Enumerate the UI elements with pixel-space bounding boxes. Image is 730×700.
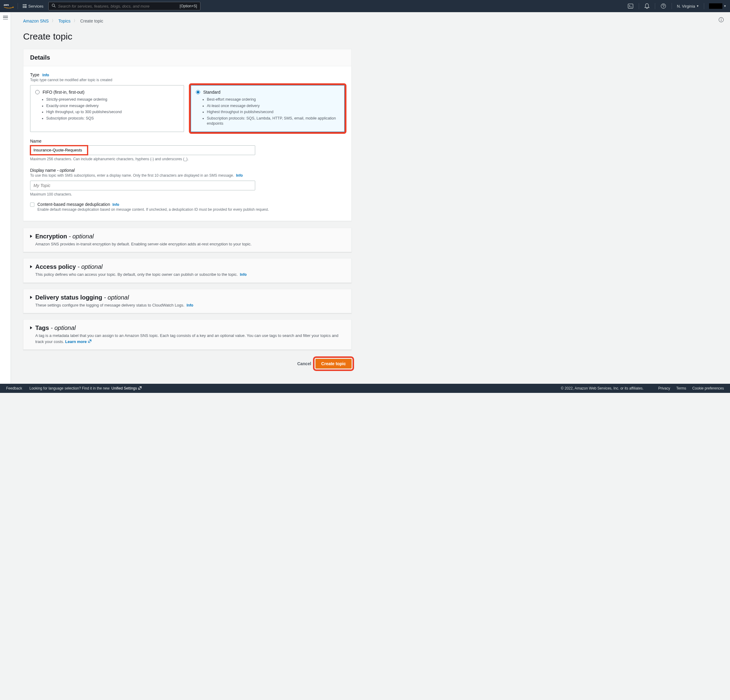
caret-right-icon (30, 265, 32, 268)
name-input[interactable] (31, 146, 88, 155)
display-below-hint: Maximum 100 characters. (30, 192, 345, 197)
encryption-header[interactable]: Encryption - optional Amazon SNS provide… (23, 228, 351, 252)
radio-standard[interactable]: Standard Best-effort message ordering At… (191, 85, 345, 132)
top-navigation: aws Services [Option+S] N. Virginia ▼ (0, 0, 730, 12)
region-label: N. Virginia (677, 4, 695, 9)
radio-icon (35, 90, 39, 94)
encryption-desc: Amazon SNS provides in-transit encryptio… (35, 241, 251, 247)
caret-down-icon: ▼ (724, 4, 726, 7)
radio-fifo[interactable]: FIFO (first-in, first-out) Strictly-pres… (30, 85, 184, 132)
delivery-header[interactable]: Delivery status logging - optional These… (23, 289, 351, 313)
chevron-right-icon: 〉 (52, 18, 55, 23)
details-panel: Details Type Info Topic type cannot be m… (23, 49, 352, 221)
dedup-hint: Enable default message deduplication bas… (37, 207, 269, 211)
breadcrumb-sns[interactable]: Amazon SNS (23, 19, 49, 23)
radio-icon (196, 90, 200, 94)
page-title: Create topic (23, 31, 352, 42)
access-info-link[interactable]: Info (240, 273, 247, 277)
standard-features: Best-effort message ordering At-least on… (196, 97, 339, 127)
search-input[interactable] (58, 4, 177, 9)
svg-point-6 (721, 19, 721, 19)
unified-settings-link[interactable]: Unified Settings (111, 386, 142, 391)
display-hint: To use this topic with SMS subscriptions… (30, 174, 345, 178)
encryption-panel: Encryption - optional Amazon SNS provide… (23, 228, 352, 252)
action-row: Cancel Create topic (23, 356, 352, 372)
name-input-wrapper (30, 145, 255, 155)
search-icon (52, 4, 55, 9)
cloudshell-icon[interactable] (627, 3, 634, 9)
tags-learn-more-link[interactable]: Learn more (65, 339, 92, 345)
display-name-input[interactable] (30, 181, 255, 190)
copyright-text: © 2022, Amazon Web Services, Inc. or its… (561, 386, 644, 391)
display-label: Display name - optional (30, 168, 74, 173)
caret-down-icon: ▼ (696, 4, 699, 7)
name-label: Name (30, 139, 345, 143)
tags-header[interactable]: Tags - optional A tag is a metadata labe… (23, 319, 351, 349)
footer: Feedback Looking for language selection?… (0, 384, 730, 393)
region-selector[interactable]: N. Virginia ▼ (677, 4, 699, 9)
svg-point-4 (661, 4, 666, 8)
fifo-title: FIFO (first-in, first-out) (42, 90, 85, 95)
dedup-checkbox[interactable] (30, 203, 34, 207)
menu-icon (3, 16, 8, 19)
page-info-icon[interactable] (718, 17, 724, 23)
account-name-redacted (709, 3, 723, 9)
standard-title: Standard (203, 90, 220, 95)
access-policy-panel: Access policy - optional This policy def… (23, 258, 352, 283)
breadcrumb-current: Create topic (80, 19, 103, 23)
caret-right-icon (30, 235, 32, 238)
cookie-prefs-link[interactable]: Cookie preferences (692, 386, 724, 391)
delivery-info-link[interactable]: Info (187, 303, 193, 308)
tags-desc: A tag is a metadata label that you can a… (35, 332, 345, 344)
fifo-features: Strictly-preserved message ordering Exac… (35, 97, 179, 121)
svg-point-1 (52, 4, 54, 6)
svg-line-2 (54, 6, 55, 7)
delivery-desc: These settings configure the logging of … (35, 302, 193, 308)
name-hint: Maximum 256 characters. Can include alph… (30, 157, 345, 161)
display-info-link[interactable]: Info (236, 174, 243, 178)
access-policy-desc: This policy defines who can access your … (35, 271, 247, 278)
create-topic-button[interactable]: Create topic (315, 359, 352, 369)
account-menu[interactable]: ▼ (709, 3, 726, 9)
svg-rect-3 (628, 4, 633, 8)
type-hint: Topic type cannot be modified after topi… (30, 78, 345, 82)
side-panel-toggle[interactable] (0, 12, 11, 384)
caret-right-icon (30, 326, 32, 329)
dedup-label: Content-based message deduplication Info (37, 202, 119, 207)
breadcrumb-topics[interactable]: Topics (58, 19, 70, 23)
services-menu[interactable]: Services (22, 4, 45, 9)
dedup-info-link[interactable]: Info (112, 203, 119, 207)
grid-icon (23, 4, 26, 8)
access-policy-header[interactable]: Access policy - optional This policy def… (23, 258, 351, 283)
cancel-button[interactable]: Cancel (297, 361, 311, 366)
external-link-icon (88, 339, 92, 345)
unified-settings-prompt: Looking for language selection? Find it … (29, 386, 142, 391)
chevron-right-icon: 〉 (74, 18, 77, 23)
global-search[interactable]: [Option+S] (48, 2, 200, 10)
details-heading: Details (30, 54, 345, 61)
svg-text:aws: aws (4, 3, 9, 6)
caret-right-icon (30, 296, 32, 299)
services-label: Services (28, 4, 44, 9)
help-icon[interactable] (660, 3, 667, 9)
feedback-link[interactable]: Feedback (6, 386, 22, 391)
privacy-link[interactable]: Privacy (658, 386, 670, 391)
delivery-panel: Delivery status logging - optional These… (23, 289, 352, 314)
breadcrumb: Amazon SNS 〉 Topics 〉 Create topic (23, 18, 352, 23)
type-label: Type (30, 72, 39, 77)
terms-link[interactable]: Terms (676, 386, 686, 391)
tags-panel: Tags - optional A tag is a metadata labe… (23, 319, 352, 350)
search-shortcut: [Option+S] (180, 4, 197, 8)
notifications-icon[interactable] (644, 3, 650, 9)
aws-logo[interactable]: aws (4, 3, 18, 9)
type-info-link[interactable]: Info (42, 73, 49, 77)
